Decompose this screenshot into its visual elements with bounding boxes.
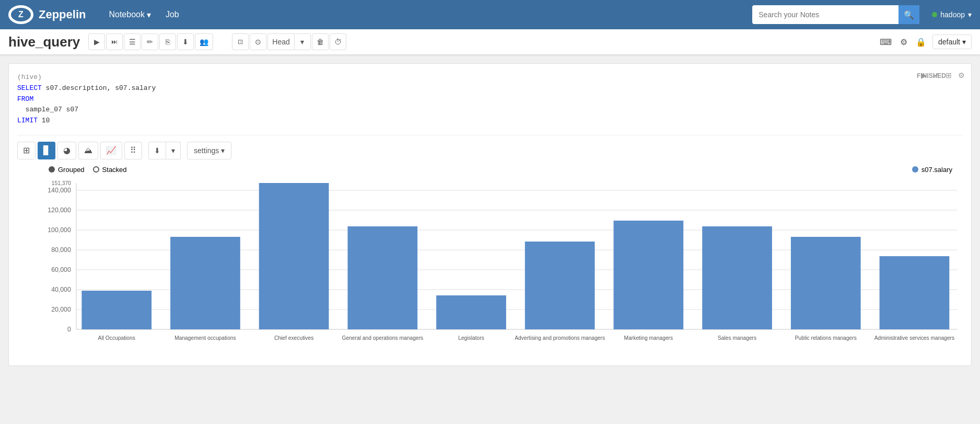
code-comment: (hive)	[17, 73, 42, 81]
table-icon: ⊞	[23, 145, 30, 155]
cell-toolbar-right: ▶ ⤢ ⊞ ⚙	[919, 70, 967, 81]
toolbar-left-group: ▶ ⏭ ☰ ✏ ⎘ ⬇ 👥	[88, 33, 213, 50]
cell-settings-icon[interactable]: ⚙	[956, 70, 967, 81]
search-button[interactable]: 🔍	[899, 5, 919, 24]
chart-pie-button[interactable]: ◕	[57, 142, 76, 159]
code-view-button[interactable]: ☰	[124, 33, 141, 50]
notebook-title: hive_query	[8, 34, 80, 50]
scatter-chart-icon: ⠿	[130, 145, 136, 155]
svg-text:Marketing managers: Marketing managers	[624, 335, 673, 341]
head-dropdown-button[interactable]: ▾	[294, 33, 311, 50]
logo-area[interactable]: Z Zeppelin	[8, 5, 86, 24]
bar-chart-icon: ▊	[43, 145, 50, 155]
bar-marketing[interactable]	[614, 221, 684, 329]
svg-text:100,000: 100,000	[48, 226, 71, 234]
stacked-dot	[93, 166, 99, 173]
keyboard-icon[interactable]: ⌨	[878, 35, 894, 49]
settings-dropdown-btn[interactable]: settings ▾	[187, 142, 231, 159]
svg-text:80,000: 80,000	[51, 246, 71, 254]
notebook-nav[interactable]: Notebook ▾	[102, 7, 157, 23]
pie-chart-icon: ◕	[63, 145, 71, 155]
bar-public-relations[interactable]	[791, 237, 861, 329]
head-button[interactable]: Head	[267, 33, 294, 50]
frame-button[interactable]: ⊡	[232, 33, 249, 50]
bar-all-occupations[interactable]	[81, 291, 151, 329]
bar-chief[interactable]	[259, 183, 329, 329]
user-name: hadoop	[940, 10, 965, 19]
bar-advertising[interactable]	[525, 242, 595, 329]
search-icon: 🔍	[904, 10, 914, 20]
notebook-toolbar: hive_query ▶ ⏭ ☰ ✏ ⎘ ⬇ 👥 ⊡ ⊙ Head ▾ 🗑 ⏱ …	[0, 29, 980, 55]
notebook-right-controls: ⌨ ⚙ 🔒 default ▾	[878, 35, 972, 49]
svg-text:Administrative services manage: Administrative services managers	[874, 335, 954, 341]
svg-text:60,000: 60,000	[51, 266, 71, 273]
job-nav[interactable]: Job	[159, 7, 185, 22]
bar-administrative[interactable]	[880, 256, 950, 329]
user-status-dot	[932, 12, 937, 17]
stacked-legend-item[interactable]: Stacked	[93, 166, 127, 174]
bar-legislators[interactable]	[436, 295, 506, 329]
svg-text:Z: Z	[18, 10, 24, 19]
bar-sales[interactable]	[702, 226, 772, 329]
code-block: (hive) SELECT s07.description, s07.salar…	[17, 72, 963, 127]
code-cell: (hive) SELECT s07.description, s07.salar…	[8, 63, 972, 366]
search-input[interactable]	[752, 10, 899, 19]
cell-expand-icon[interactable]: ⤢	[931, 70, 941, 81]
bar-chart-svg: 0 20,000 40,000 60,000 80,000 100,000 12…	[17, 178, 963, 356]
bar-management[interactable]	[170, 237, 240, 329]
app-name: Zeppelin	[39, 8, 86, 21]
delete-button[interactable]: 🗑	[312, 33, 329, 50]
copy-button[interactable]: ⎘	[159, 33, 176, 50]
grouped-legend-item[interactable]: Grouped	[49, 166, 85, 174]
download-dropdown-btn[interactable]: ▾	[166, 142, 181, 159]
chevron-down-icon: ▾	[962, 38, 966, 46]
run-all-button[interactable]: ⏭	[106, 33, 123, 50]
grouped-dot	[49, 166, 55, 173]
timer-button[interactable]: ⏱	[330, 33, 346, 50]
svg-text:Sales managers: Sales managers	[718, 335, 756, 341]
run-button[interactable]: ▶	[88, 33, 105, 50]
default-dropdown[interactable]: default ▾	[932, 35, 972, 49]
salary-legend: s07.salary	[912, 166, 952, 174]
chart-table-button[interactable]: ⊞	[17, 142, 36, 159]
area-chart-icon: ⛰	[84, 146, 92, 155]
users-button[interactable]: 👥	[195, 33, 213, 50]
code-limit-keyword: LIMIT	[17, 117, 38, 124]
edit-button[interactable]: ✏	[142, 33, 158, 50]
salary-legend-label: s07.salary	[921, 166, 952, 174]
svg-text:Public relations managers: Public relations managers	[795, 335, 857, 341]
toolbar-center-group: ⊡ ⊙ Head ▾ 🗑 ⏱	[232, 33, 346, 50]
code-select-keyword: SELECT	[17, 84, 42, 92]
chart-scatter-button[interactable]: ⠿	[124, 142, 142, 159]
grouped-label: Grouped	[58, 166, 85, 174]
svg-text:Advertising and promotions man: Advertising and promotions managers	[515, 335, 605, 341]
chart-toolbar: ⊞ ▊ ◕ ⛰ 📈 ⠿ ⬇ ▾ settings ▾	[17, 135, 963, 159]
line-chart-icon: 📈	[106, 145, 116, 155]
top-navigation: Z Zeppelin Notebook ▾ Job 🔍 hadoop ▾	[0, 0, 980, 29]
user-menu[interactable]: hadoop ▾	[932, 10, 972, 19]
svg-text:140,000: 140,000	[48, 187, 71, 194]
nav-links: Notebook ▾ Job	[102, 7, 185, 23]
chevron-down-icon: ▾	[968, 10, 972, 19]
download-group: ⬇ ▾	[148, 142, 181, 159]
salary-legend-dot	[912, 166, 918, 173]
circle-button[interactable]: ⊙	[250, 33, 266, 50]
settings-icon[interactable]: ⚙	[898, 35, 909, 49]
cell-run-icon[interactable]: ▶	[919, 70, 929, 81]
search-area: 🔍	[752, 5, 919, 24]
chart-bar-button[interactable]: ▊	[38, 142, 55, 159]
svg-text:120,000: 120,000	[48, 207, 71, 214]
lock-icon[interactable]: 🔒	[914, 35, 928, 49]
bar-general-ops[interactable]	[347, 226, 417, 329]
chart-area-button[interactable]: ⛰	[78, 142, 98, 159]
download-btn[interactable]: ⬇	[148, 142, 166, 159]
head-dropdown-group: Head ▾	[267, 33, 310, 50]
svg-text:40,000: 40,000	[51, 286, 71, 293]
chart-line-button[interactable]: 📈	[100, 142, 122, 159]
cell-table-icon[interactable]: ⊞	[943, 70, 954, 81]
download-button[interactable]: ⬇	[177, 33, 194, 50]
code-from-keyword: FROM	[17, 95, 33, 103]
svg-text:Management occupations: Management occupations	[174, 335, 236, 341]
main-content: (hive) SELECT s07.description, s07.salar…	[0, 55, 980, 374]
svg-text:Chief executives: Chief executives	[274, 335, 313, 341]
